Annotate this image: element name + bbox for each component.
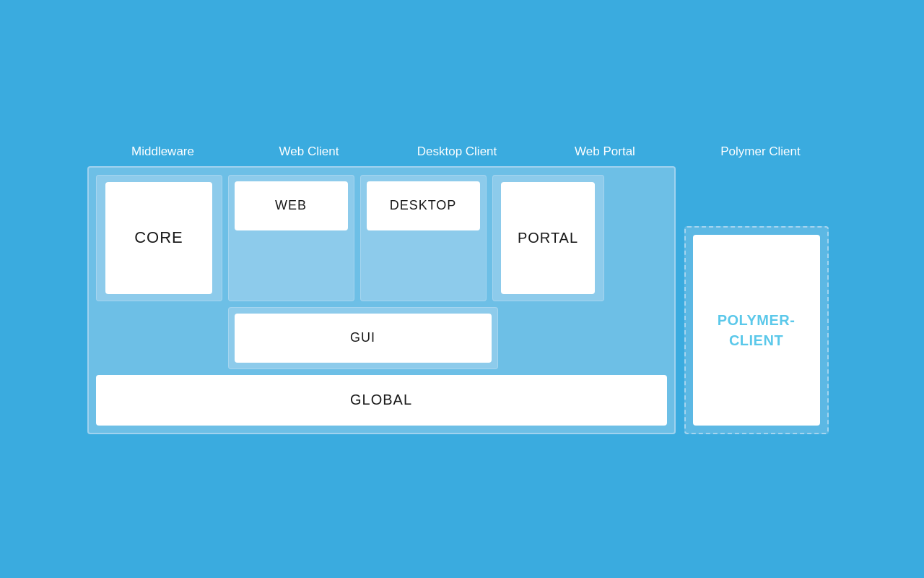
global-box: GLOBAL <box>96 375 667 426</box>
main-group-box: CORE WEB DESKTOP <box>87 166 676 434</box>
gui-box: GUI <box>235 314 492 363</box>
gui-row: GUI <box>96 307 667 369</box>
group-top-row: CORE WEB DESKTOP <box>96 175 667 301</box>
webportal-label: Web Portal <box>535 144 676 159</box>
desktopclient-label: Desktop Client <box>380 144 535 159</box>
desktclient-group: DESKTOP <box>360 175 487 301</box>
diagram: Middleware Web Client Desktop Client Web… <box>87 144 837 434</box>
polymer-group: POLYMER-CLIENT <box>684 226 829 434</box>
gui-group: GUI <box>228 307 498 369</box>
labels-row: Middleware Web Client Desktop Client Web… <box>87 144 837 159</box>
core-box: CORE <box>105 182 212 294</box>
web-box: WEB <box>235 181 348 230</box>
portal-box: PORTAL <box>501 182 595 294</box>
middleware-label: Middleware <box>87 144 239 159</box>
webclient-label: Web Client <box>239 144 380 159</box>
desktop-box: DESKTOP <box>367 181 480 230</box>
portal-group: PORTAL <box>492 175 604 301</box>
polymer-box: POLYMER-CLIENT <box>693 235 820 426</box>
polymerclient-label: Polymer Client <box>684 144 837 159</box>
middleware-group: CORE <box>96 175 222 301</box>
webclient-group: WEB <box>228 175 354 301</box>
